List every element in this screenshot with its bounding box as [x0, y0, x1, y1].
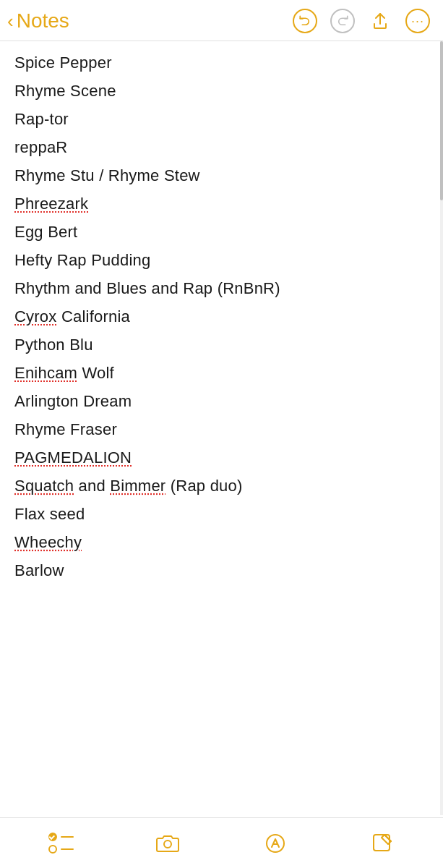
list-item: Rhyme Fraser — [14, 415, 429, 443]
check-line-2 — [61, 848, 74, 850]
list-item: Squatch and Bimmer (Rap duo) — [14, 472, 429, 500]
compose-button[interactable] — [362, 823, 403, 864]
item-text: Python Blu — [14, 336, 93, 354]
header-left: ‹ Notes — [7, 9, 69, 33]
pen-icon — [264, 833, 286, 854]
item-text-spell: PAGMEDALION — [14, 448, 132, 467]
list-item: Spice Pepper — [14, 48, 429, 77]
item-text-spell: Wheechy — [14, 533, 82, 551]
content-area: Spice Pepper Rhyme Scene Rap-tor reppaR … — [0, 41, 443, 815]
item-text: Rhyme Fraser — [14, 420, 117, 438]
item-text-spell: Enihcam — [14, 364, 77, 382]
item-text: Phreezark — [14, 195, 88, 213]
item-text: Rap-tor — [14, 110, 69, 128]
item-text: reppaR — [14, 138, 67, 156]
header-icons: ··· — [291, 7, 431, 35]
camera-button[interactable] — [147, 823, 188, 864]
item-text: Spice Pepper — [14, 54, 112, 72]
list-item: Phreezark — [14, 190, 429, 218]
item-text: California — [57, 307, 130, 326]
compose-icon — [372, 833, 392, 854]
scrollbar-thumb — [440, 41, 443, 200]
item-text-spell: Bimmer — [110, 477, 165, 495]
item-text: Rhyme Stu / Rhyme Stew — [14, 166, 200, 184]
share-icon — [371, 11, 390, 31]
list-item: Rhythm and Blues and Rap (RnBnR) — [14, 274, 429, 302]
note-content: Spice Pepper Rhyme Scene Rap-tor reppaR … — [0, 41, 443, 592]
list-item: Arlington Dream — [14, 387, 429, 415]
item-text: Egg Bert — [14, 223, 77, 241]
list-item: Enihcam Wolf — [14, 359, 429, 387]
back-button[interactable]: ‹ — [7, 12, 14, 30]
share-button[interactable] — [366, 7, 394, 35]
list-item: Python Blu — [14, 331, 429, 359]
item-text: and — [74, 477, 110, 495]
list-item: Barlow — [14, 556, 429, 584]
header-title[interactable]: Notes — [17, 9, 69, 33]
item-text: Hefty Rap Pudding — [14, 251, 150, 269]
header: ‹ Notes — [0, 0, 443, 41]
list-item: Flax seed — [14, 500, 429, 528]
item-text: Arlington Dream — [14, 392, 132, 410]
undo-icon — [293, 9, 317, 33]
redo-button[interactable] — [329, 7, 356, 35]
item-text: Rhyme Scene — [14, 82, 116, 100]
item-text-spell: Cyrox — [14, 307, 57, 326]
list-item: Wheechy — [14, 528, 429, 556]
scrollbar[interactable] — [440, 41, 443, 815]
checklist-icon — [48, 833, 74, 854]
check-line-1 — [61, 836, 74, 838]
item-text: Flax seed — [14, 505, 85, 523]
list-item: Egg Bert — [14, 218, 429, 246]
list-item: Rap-tor — [14, 105, 429, 133]
list-item: Rhyme Scene — [14, 77, 429, 105]
item-text: Rhythm and Blues and Rap (RnBnR) — [14, 279, 280, 297]
list-item: Rhyme Stu / Rhyme Stew — [14, 161, 429, 190]
item-text: Wolf — [77, 364, 114, 382]
bottom-toolbar — [0, 817, 443, 868]
svg-point-1 — [164, 841, 171, 848]
more-button[interactable]: ··· — [404, 7, 431, 35]
list-item: Hefty Rap Pudding — [14, 246, 429, 274]
item-text: (Rap duo) — [165, 477, 242, 495]
checklist-button[interactable] — [40, 823, 81, 864]
undo-button[interactable] — [291, 7, 319, 35]
check-circle-2 — [48, 845, 57, 854]
camera-icon — [156, 833, 179, 854]
list-item: PAGMEDALION — [14, 443, 429, 472]
check-circle-1 — [48, 833, 57, 841]
pen-button[interactable] — [255, 823, 296, 864]
list-item: Cyrox California — [14, 302, 429, 331]
list-item: reppaR — [14, 133, 429, 161]
more-icon: ··· — [405, 9, 430, 33]
item-text: Barlow — [14, 561, 64, 579]
redo-icon — [330, 9, 355, 33]
item-text-spell: Squatch — [14, 477, 74, 495]
